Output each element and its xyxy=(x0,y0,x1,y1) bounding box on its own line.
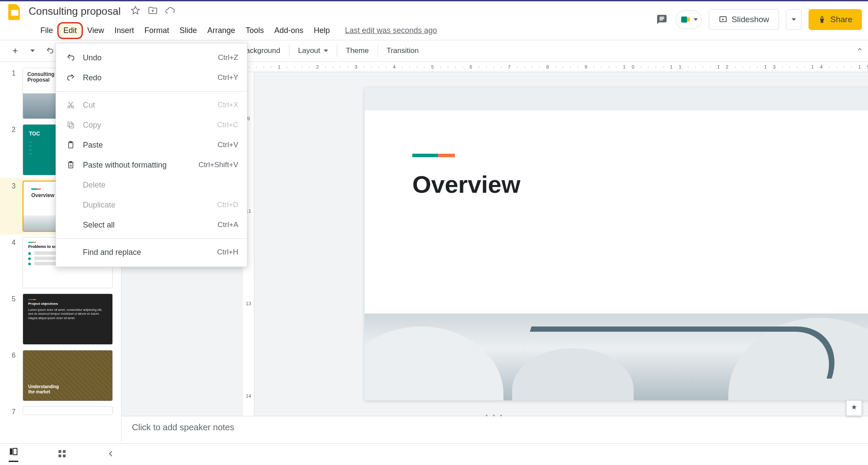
redo-icon xyxy=(65,73,77,82)
last-edit-link[interactable]: Last edit was seconds ago xyxy=(345,26,437,35)
menu-item-redo[interactable]: Redo Ctrl+Y xyxy=(56,68,247,88)
notes-placeholder: Click to add speaker notes xyxy=(132,422,858,432)
slideshow-dropdown[interactable] xyxy=(786,9,802,30)
edit-dropdown-menu: Undo Ctrl+Z Redo Ctrl+Y Cut Ctrl+X Copy … xyxy=(56,43,247,267)
chevron-down-icon xyxy=(792,18,796,21)
svg-rect-5 xyxy=(13,449,17,455)
chevron-down-icon xyxy=(694,18,698,21)
svg-rect-13 xyxy=(68,122,72,126)
menu-tools[interactable]: Tools xyxy=(241,23,269,38)
collapse-toolbar-button[interactable] xyxy=(856,46,864,56)
slideshow-label: Slideshow xyxy=(732,15,769,24)
svg-rect-9 xyxy=(63,454,66,457)
menu-edit[interactable]: Edit xyxy=(59,23,82,38)
slideshow-button[interactable]: Slideshow xyxy=(709,9,779,30)
svg-rect-7 xyxy=(63,450,66,452)
menu-item-paste-without-formatting[interactable]: Paste without formatting Ctrl+Shift+V xyxy=(56,155,247,175)
document-title[interactable]: Consulting proposal xyxy=(29,5,121,17)
explore-button[interactable] xyxy=(846,400,862,416)
comments-button[interactable] xyxy=(655,13,669,26)
menu-addons[interactable]: Add-ons xyxy=(270,23,308,38)
new-slide-button[interactable] xyxy=(7,44,23,57)
slide-title[interactable]: Overview xyxy=(412,170,845,198)
menu-item-copy: Copy Ctrl+C xyxy=(56,115,247,135)
footer xyxy=(0,443,868,465)
share-label: Share xyxy=(830,15,852,24)
menu-item-cut: Cut Ctrl+X xyxy=(56,95,247,115)
slide-header-bar xyxy=(365,88,868,110)
thumb-row-6[interactable]: 6 Understandingthe market xyxy=(0,347,121,404)
drag-handle-icon[interactable]: • • • xyxy=(486,412,504,419)
star-icon[interactable] xyxy=(131,6,140,17)
paste-plain-icon xyxy=(65,161,77,169)
svg-rect-1 xyxy=(681,16,687,23)
right-controls: Slideshow Share xyxy=(655,9,862,30)
thumb-row-7[interactable]: 7 xyxy=(0,404,121,419)
thumb-row-5[interactable]: 5 Project objectivesLorem ipsum dolor si… xyxy=(0,291,121,347)
slide-image xyxy=(365,313,868,400)
menu-view[interactable]: View xyxy=(82,23,109,38)
menu-item-paste[interactable]: Paste Ctrl+V xyxy=(56,135,247,155)
menu-item-find-replace[interactable]: Find and replace Ctrl+H xyxy=(56,242,247,262)
meet-button[interactable] xyxy=(676,10,702,29)
speaker-notes[interactable]: • • • Click to add speaker notes xyxy=(122,416,868,442)
copy-icon xyxy=(65,121,77,129)
menu-item-undo[interactable]: Undo Ctrl+Z xyxy=(56,48,247,68)
menu-item-select-all[interactable]: Select all Ctrl+A xyxy=(56,215,247,235)
svg-rect-4 xyxy=(10,449,13,455)
grid-view-button[interactable] xyxy=(57,449,67,460)
filmstrip-view-button[interactable] xyxy=(9,447,18,462)
transition-button[interactable]: Transition xyxy=(382,44,423,58)
menu-arrange[interactable]: Arrange xyxy=(203,23,240,38)
menu-file[interactable]: File xyxy=(36,23,58,38)
share-button[interactable]: Share xyxy=(809,9,862,30)
accent-bar xyxy=(412,154,455,157)
separator xyxy=(337,45,337,57)
paste-icon xyxy=(65,141,77,149)
separator xyxy=(289,45,289,57)
cloud-status-icon[interactable] xyxy=(165,6,175,17)
svg-rect-0 xyxy=(11,10,19,15)
menu-help[interactable]: Help xyxy=(309,23,335,38)
move-icon[interactable] xyxy=(148,6,158,17)
collapse-filmstrip-button[interactable] xyxy=(106,449,115,460)
separator xyxy=(378,45,378,57)
undo-icon xyxy=(65,53,77,62)
menu-format[interactable]: Format xyxy=(140,23,174,38)
svg-rect-12 xyxy=(69,124,74,128)
slide-canvas[interactable]: Overview xyxy=(365,88,868,400)
svg-rect-8 xyxy=(59,454,61,457)
theme-button[interactable]: Theme xyxy=(342,44,373,58)
svg-rect-6 xyxy=(59,450,61,452)
menu-insert[interactable]: Insert xyxy=(110,23,139,38)
slides-logo[interactable] xyxy=(4,1,25,22)
menu-item-duplicate: Duplicate Ctrl+D xyxy=(56,195,247,215)
cut-icon xyxy=(65,101,77,109)
layout-button[interactable]: Layout xyxy=(294,44,332,58)
menu-item-delete: Delete xyxy=(56,175,247,195)
new-slide-dropdown[interactable] xyxy=(26,47,39,55)
menu-slide[interactable]: Slide xyxy=(175,23,202,38)
